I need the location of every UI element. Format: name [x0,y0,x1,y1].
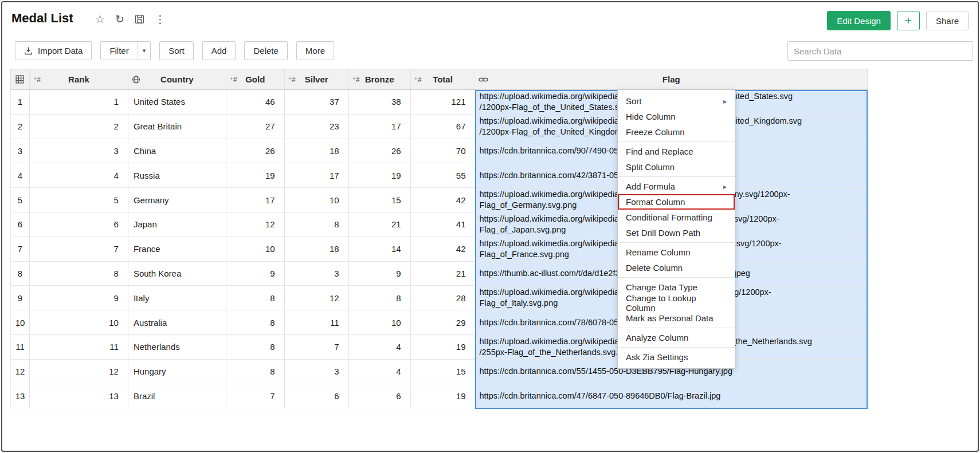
total-cell[interactable]: 28 [411,286,476,310]
row-number[interactable]: 8 [11,262,30,286]
country-cell[interactable]: United States [128,90,226,114]
kebab-icon[interactable]: ⋮ [155,14,166,25]
search-input[interactable] [787,41,973,61]
column-header-total[interactable]: ⁺#Total [411,69,476,89]
rank-cell[interactable]: 4 [30,163,128,187]
more-button[interactable]: More [296,41,334,60]
rank-cell[interactable]: 6 [30,212,128,237]
country-cell[interactable]: Australia [128,310,226,334]
rank-cell[interactable]: 2 [30,115,128,139]
country-cell[interactable]: France [128,237,226,261]
bronze-cell[interactable]: 9 [349,262,411,286]
silver-cell[interactable]: 12 [285,286,349,310]
menu-item-add-formula[interactable]: Add Formula▸ [618,179,735,194]
menu-item-freeze-column[interactable]: Freeze Column [618,124,735,140]
gold-cell[interactable]: 9 [226,262,285,286]
bronze-cell[interactable]: 19 [349,163,411,187]
rank-cell[interactable]: 12 [30,360,128,384]
silver-cell[interactable]: 7 [285,335,349,359]
silver-cell[interactable]: 23 [285,115,349,139]
bronze-cell[interactable]: 15 [349,188,411,212]
row-number[interactable]: 13 [11,384,30,408]
menu-item-set-drill-down-path[interactable]: Set Drill Down Path [618,225,735,241]
total-cell[interactable]: 121 [411,90,476,114]
add-row-button[interactable]: Add [202,41,236,60]
column-header-silver[interactable]: ⁺#Silver [285,69,349,89]
country-cell[interactable]: Japan [128,212,226,237]
row-number[interactable]: 4 [11,163,30,187]
save-icon[interactable] [135,14,144,24]
bronze-cell[interactable]: 17 [349,115,411,139]
row-number[interactable]: 6 [11,212,30,237]
country-cell[interactable]: China [128,139,226,163]
delete-button[interactable]: Delete [244,41,287,60]
menu-item-delete-column[interactable]: Delete Column [618,260,735,275]
rank-cell[interactable]: 5 [30,188,128,212]
menu-item-change-to-lookup-column[interactable]: Change to Lookup Column [618,295,735,310]
total-cell[interactable]: 42 [411,237,476,261]
total-cell[interactable]: 42 [411,188,476,212]
country-cell[interactable]: Hungary [128,360,226,384]
column-header-flag[interactable]: Flag [475,69,868,89]
silver-cell[interactable]: 8 [285,212,349,237]
gold-cell[interactable]: 7 [226,384,285,408]
gold-cell[interactable]: 8 [226,335,285,359]
column-header-rank[interactable]: ⁺#Rank [30,69,128,89]
total-cell[interactable]: 19 [411,335,476,359]
silver-cell[interactable]: 3 [285,262,349,286]
rank-cell[interactable]: 10 [30,310,128,334]
column-header-gold[interactable]: ⁺#Gold [226,69,285,89]
total-cell[interactable]: 21 [411,262,476,286]
menu-item-conditional-formatting[interactable]: Conditional Formatting [618,210,735,225]
row-number[interactable]: 9 [11,286,30,310]
bronze-cell[interactable]: 4 [349,335,411,359]
rank-cell[interactable]: 8 [30,262,128,286]
star-icon[interactable]: ☆ [95,14,105,25]
gold-cell[interactable]: 8 [226,310,285,334]
country-cell[interactable]: Russia [128,163,226,187]
column-header-rownum[interactable] [11,69,30,89]
menu-item-format-column[interactable]: Format Column [618,194,735,210]
bronze-cell[interactable]: 26 [349,139,411,163]
total-cell[interactable]: 70 [411,139,476,163]
silver-cell[interactable]: 6 [285,384,349,408]
add-button[interactable]: + [897,11,920,30]
gold-cell[interactable]: 26 [226,139,285,163]
menu-item-ask-zia-settings[interactable]: Ask Zia Settings [618,349,735,365]
total-cell[interactable]: 41 [411,212,476,237]
share-button[interactable]: Share [926,11,969,30]
total-cell[interactable]: 15 [411,360,476,384]
bronze-cell[interactable]: 14 [349,237,411,261]
bronze-cell[interactable]: 21 [349,212,411,237]
country-cell[interactable]: Germany [128,188,226,212]
row-number[interactable]: 3 [11,139,30,163]
total-cell[interactable]: 29 [411,310,476,334]
bronze-cell[interactable]: 38 [349,90,411,114]
column-header-bronze[interactable]: ⁺#Bronze [349,69,411,89]
silver-cell[interactable]: 17 [285,163,349,187]
silver-cell[interactable]: 37 [285,90,349,114]
refresh-icon[interactable]: ↻ [115,14,124,25]
total-cell[interactable]: 67 [411,115,476,139]
silver-cell[interactable]: 3 [285,360,349,384]
country-cell[interactable]: Great Britain [128,115,226,139]
menu-item-split-column[interactable]: Split Column [618,159,735,175]
total-cell[interactable]: 19 [411,384,476,408]
country-cell[interactable]: Brazil [128,384,226,408]
rank-cell[interactable]: 11 [30,335,128,359]
edit-design-button[interactable]: Edit Design [827,11,891,30]
bronze-cell[interactable]: 4 [349,360,411,384]
row-number[interactable]: 10 [11,310,30,334]
country-cell[interactable]: Netherlands [128,335,226,359]
row-number[interactable]: 12 [11,360,30,384]
import-data-button[interactable]: Import Data [15,41,92,60]
bronze-cell[interactable]: 10 [349,310,411,334]
gold-cell[interactable]: 27 [226,115,285,139]
bronze-cell[interactable]: 8 [349,286,411,310]
menu-item-find-and-replace[interactable]: Find and Replace [618,144,735,159]
gold-cell[interactable]: 12 [226,212,285,237]
country-cell[interactable]: Italy [128,286,226,310]
row-number[interactable]: 7 [11,237,30,261]
menu-item-hide-column[interactable]: Hide Column [618,109,735,124]
country-cell[interactable]: South Korea [128,262,226,286]
